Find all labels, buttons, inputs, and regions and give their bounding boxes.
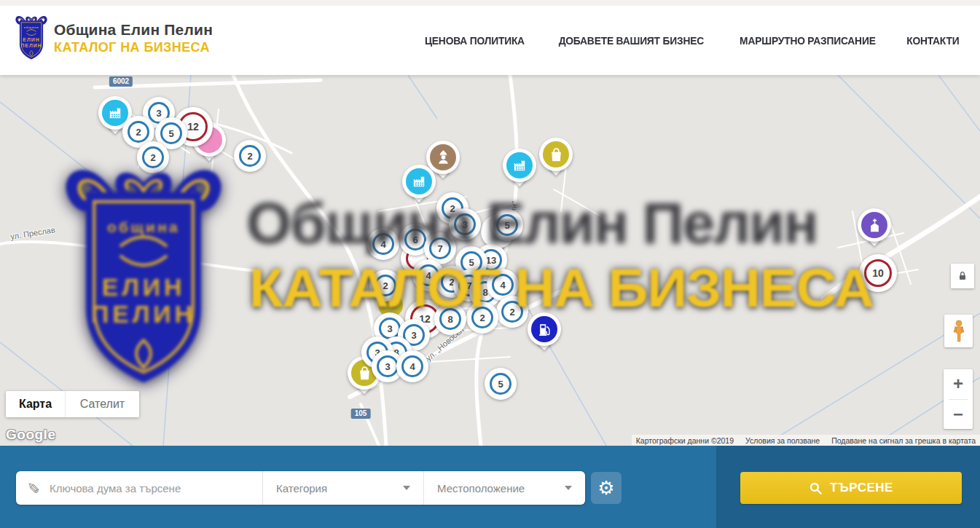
advanced-settings-button[interactable]: ⚙	[591, 472, 622, 504]
emblem-name-line2: ПЕЛИН	[20, 43, 42, 48]
fuel-pin-marker[interactable]	[528, 312, 561, 356]
search-submit-button[interactable]: ТЪРСЕНЕ	[740, 472, 962, 504]
cluster-count: 2	[501, 301, 523, 323]
fuel-icon	[531, 316, 557, 342]
factory-icon	[102, 100, 128, 126]
cluster-count: 3	[377, 355, 399, 377]
attribution-terms-link[interactable]: Условия за ползване	[745, 436, 820, 445]
search-input-group: ✎ Категория Местоположение	[16, 471, 585, 505]
pegman-icon	[949, 319, 968, 344]
cluster-count: 2	[375, 275, 396, 296]
attribution-report-link[interactable]: Подаване на сигнал за грешка в картата	[831, 436, 976, 445]
map-attribution: Картографски данни ©2019 Условия за полз…	[632, 435, 980, 446]
cluster-marker[interactable]: 5	[491, 209, 523, 241]
cluster-count: 2	[128, 121, 149, 143]
keyword-cell: ✎	[16, 471, 262, 505]
zoom-out-button[interactable]: −	[944, 400, 973, 430]
attribution-copyright: Картографски данни ©2019	[636, 436, 734, 445]
cluster-count: 2	[239, 145, 261, 167]
nav-add-business[interactable]: ДОБАВЕТЕ ВАШИЯТ БИЗНЕС	[559, 34, 704, 47]
map-canvas[interactable]: 6002105ул. Преславбул. „Новоселции" 3212…	[0, 75, 980, 446]
map-type-control: Карта Сателит	[6, 391, 139, 417]
lock-icon	[957, 270, 968, 282]
church-icon	[861, 212, 887, 238]
google-logo[interactable]: Google	[6, 427, 55, 443]
emblem-town-word: община	[24, 25, 39, 29]
road-number-label: 6002	[109, 76, 133, 87]
cluster-count: 2	[471, 307, 493, 328]
cluster-marker[interactable]: 2	[496, 296, 528, 328]
zoom-in-button[interactable]: +	[944, 369, 973, 399]
factory-icon	[406, 168, 432, 194]
header: община ЕЛИН ПЕЛИН Община Елин Пелин КАТА…	[0, 6, 980, 75]
municipality-emblem-icon: община ЕЛИН ПЕЛИН	[15, 13, 48, 63]
keyword-search-input[interactable]	[50, 482, 262, 494]
factory-pin-marker[interactable]	[503, 149, 536, 192]
brand-text: Община Елин Пелин КАТАЛОГ НА БИЗНЕСА	[54, 21, 213, 55]
chevron-down-icon	[403, 486, 410, 490]
cluster-marker[interactable]: 4	[396, 350, 428, 382]
brand-title: Община Елин Пелин	[54, 21, 213, 39]
cluster-count: 2	[142, 146, 164, 168]
emblem-name-line1: ЕЛИН	[23, 37, 39, 42]
nav-route-schedule[interactable]: МАРШРУТНО РАЗПИСАНИЕ	[740, 34, 876, 47]
cluster-count: 5	[496, 214, 518, 236]
bag-pin-marker[interactable]	[539, 138, 573, 181]
cluster-marker[interactable]: 2	[137, 141, 169, 173]
church-pin-marker[interactable]	[858, 208, 891, 252]
cluster-marker[interactable]: 8	[434, 303, 466, 335]
cluster-count: 3	[454, 213, 476, 235]
road-number-label: 105	[351, 409, 371, 419]
brand-subtitle: КАТАЛОГ НА БИЗНЕСА	[54, 40, 213, 55]
zoom-control: + −	[944, 369, 973, 429]
cluster-marker[interactable]: 10	[859, 254, 897, 292]
chevron-down-icon	[565, 486, 572, 490]
cluster-marker[interactable]: 5	[485, 368, 517, 400]
cluster-count: 5	[160, 122, 182, 144]
cluster-marker[interactable]: 4	[367, 228, 399, 260]
location-dropdown-label: Местоположение	[437, 482, 525, 494]
cluster-marker[interactable]: 3	[449, 208, 481, 240]
nav-contacts[interactable]: КОНТАКТИ	[907, 34, 960, 47]
category-dropdown-label: Категория	[276, 482, 327, 494]
pencil-icon: ✎	[24, 471, 42, 505]
search-icon	[809, 481, 823, 495]
nav-pricing-policy[interactable]: ЦЕНОВА ПОЛИТИКА	[425, 34, 525, 47]
cluster-count: 7	[429, 237, 451, 259]
factory-pin-marker[interactable]	[402, 165, 436, 208]
bag-icon	[543, 141, 569, 168]
cluster-count: 4	[372, 233, 394, 255]
cluster-marker[interactable]: 2	[234, 140, 266, 172]
search-bar: ✎ Категория Местоположение ⚙ ТЪРСЕНЕ	[0, 446, 980, 528]
gear-icon: ⚙	[597, 478, 614, 497]
cluster-count: 6	[404, 229, 426, 251]
map-layer-button[interactable]: Карта	[6, 391, 66, 417]
satellite-layer-button[interactable]: Сателит	[66, 391, 139, 417]
cluster-count: 8	[439, 308, 461, 330]
lock-button[interactable]	[951, 264, 974, 288]
cluster-count: 4	[492, 274, 514, 296]
cluster-count: 5	[490, 373, 511, 395]
location-dropdown[interactable]: Местоположение	[423, 471, 585, 505]
cluster-marker[interactable]: 2	[466, 302, 498, 334]
cluster-count: 10	[864, 259, 892, 287]
search-submit-label: ТЪРСЕНЕ	[830, 481, 893, 495]
main-nav: ЦЕНОВА ПОЛИТИКА ДОБАВЕТЕ ВАШИЯТ БИЗНЕС М…	[420, 6, 962, 75]
street-view-pegman-button[interactable]	[944, 315, 973, 347]
cluster-marker[interactable]: 2	[369, 269, 401, 302]
brand-logo[interactable]: община ЕЛИН ПЕЛИН Община Елин Пелин КАТА…	[15, 13, 213, 63]
factory-icon	[506, 152, 533, 178]
category-dropdown[interactable]: Категория	[262, 471, 423, 505]
top-strip	[0, 0, 980, 6]
cluster-count: 4	[401, 355, 423, 377]
